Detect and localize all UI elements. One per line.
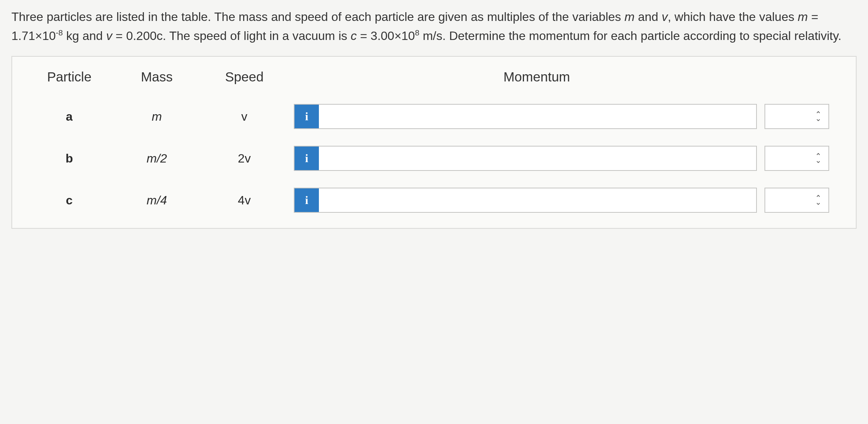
q-part: , which have the values: [668, 10, 798, 24]
exp-1: -8: [56, 28, 63, 37]
table-row: b m/2 2v i ⌃⌄: [27, 146, 841, 171]
m-eq: m: [798, 10, 808, 24]
var-m: m: [624, 10, 635, 24]
unit-select-a[interactable]: ⌃⌄: [764, 104, 829, 129]
mass-value: m/4: [119, 191, 195, 210]
q-part: kg and: [63, 29, 106, 43]
header-particle: Particle: [27, 67, 111, 87]
header-mass: Mass: [119, 67, 195, 87]
exp-2: 8: [415, 28, 419, 37]
momentum-input-b[interactable]: [319, 147, 756, 170]
header-speed: Speed: [202, 67, 286, 87]
info-icon[interactable]: i: [295, 147, 319, 170]
momentum-input-group: i: [294, 104, 757, 129]
momentum-input-group: i: [294, 146, 757, 171]
q-part: = 3.00×10: [357, 29, 415, 43]
momentum-input-group: i: [294, 188, 757, 213]
particle-label-c: c: [27, 191, 111, 210]
particle-label-b: b: [27, 149, 111, 168]
mass-value: m/2: [119, 149, 195, 168]
chevron-updown-icon: ⌃⌄: [815, 154, 822, 163]
v-eq: v: [106, 29, 112, 43]
header-momentum: Momentum: [294, 67, 757, 87]
info-icon[interactable]: i: [295, 105, 319, 128]
speed-value: v: [202, 107, 286, 126]
particle-label-a: a: [27, 107, 111, 126]
mass-value: m: [119, 107, 195, 126]
speed-value: 4v: [202, 191, 286, 210]
q-part: m/s. Determine the momentum for each par…: [419, 29, 841, 43]
question-text: Three particles are listed in the table.…: [11, 8, 857, 45]
table-header-row: Particle Mass Speed Momentum: [27, 67, 841, 87]
chevron-updown-icon: ⌃⌄: [815, 112, 822, 121]
q-part: = 0.200c. The speed of light in a vacuum…: [112, 29, 350, 43]
unit-select-b[interactable]: ⌃⌄: [764, 146, 829, 171]
var-v: v: [662, 10, 668, 24]
momentum-input-a[interactable]: [319, 105, 756, 128]
q-part: Three particles are listed in the table.…: [11, 10, 624, 24]
speed-value: 2v: [202, 149, 286, 168]
particle-table: Particle Mass Speed Momentum a m v i ⌃⌄ …: [11, 56, 857, 229]
chevron-updown-icon: ⌃⌄: [815, 196, 822, 204]
q-part: and: [635, 10, 662, 24]
momentum-input-c[interactable]: [319, 188, 756, 212]
c-eq: c: [350, 29, 357, 43]
info-icon[interactable]: i: [295, 188, 319, 212]
table-row: c m/4 4v i ⌃⌄: [27, 188, 841, 213]
unit-select-c[interactable]: ⌃⌄: [764, 188, 829, 213]
table-row: a m v i ⌃⌄: [27, 104, 841, 129]
